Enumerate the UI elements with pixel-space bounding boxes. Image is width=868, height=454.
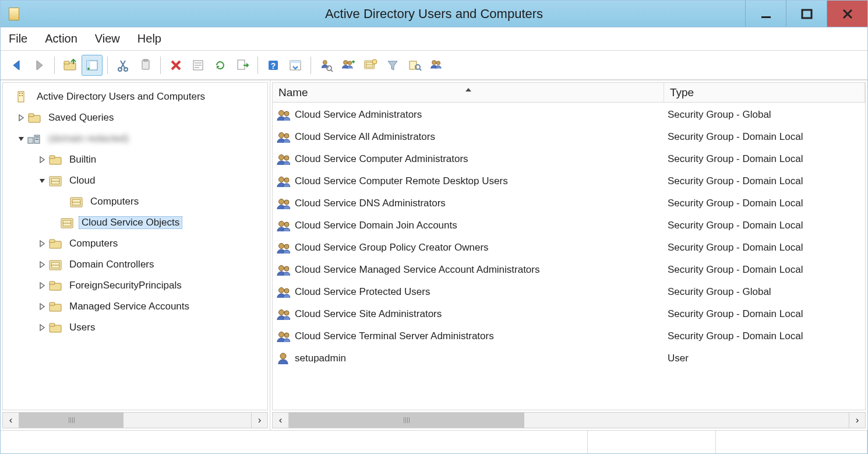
expander-collapsed-icon[interactable] bbox=[38, 323, 47, 332]
ou-icon bbox=[48, 174, 62, 188]
tree-cloud-service-objects[interactable]: Cloud Service Objects bbox=[5, 212, 265, 233]
expander-collapsed-icon[interactable] bbox=[38, 260, 47, 269]
export-list-button[interactable] bbox=[232, 55, 253, 76]
list-row[interactable]: Cloud Service Protected UsersSecurity Gr… bbox=[273, 281, 865, 303]
tree-saved-queries[interactable]: Saved Queries bbox=[5, 107, 265, 128]
list-name-cell: Cloud Service Computer Administrators bbox=[295, 153, 668, 165]
list-row[interactable]: Cloud Service Managed Service Account Ad… bbox=[273, 259, 865, 281]
expander-expanded-icon[interactable] bbox=[38, 176, 47, 185]
tree-pane: Active Directory Users and Computers Sav… bbox=[1, 80, 270, 430]
list-row[interactable]: Cloud Service Computer Remote Desktop Us… bbox=[273, 170, 865, 192]
view-options-button[interactable] bbox=[285, 55, 306, 76]
list-name-cell: Cloud Service Site Administrators bbox=[295, 308, 668, 320]
list-row[interactable]: Cloud Service Site AdministratorsSecurit… bbox=[273, 303, 865, 325]
expander-collapsed-icon[interactable] bbox=[38, 281, 47, 290]
menubar: File Action View Help bbox=[1, 27, 867, 51]
list-type-cell: Security Group - Domain Local bbox=[668, 242, 865, 254]
list-row[interactable]: Cloud Service Computer AdministratorsSec… bbox=[273, 148, 865, 170]
user-icon bbox=[275, 350, 291, 367]
list-row[interactable]: Cloud Service Group Policy Creator Owner… bbox=[273, 237, 865, 259]
up-button[interactable] bbox=[59, 55, 80, 76]
tree-computers[interactable]: Computers bbox=[5, 233, 265, 254]
list-row[interactable]: Cloud Service All AdministratorsSecurity… bbox=[273, 126, 865, 148]
group-icon bbox=[275, 328, 291, 344]
minimize-button[interactable] bbox=[745, 1, 786, 27]
tree-h-scrollbar[interactable]: ‹ › bbox=[2, 412, 268, 428]
tree-cloud[interactable]: Cloud bbox=[5, 170, 265, 191]
cut-button[interactable] bbox=[112, 55, 133, 76]
statusbar bbox=[1, 430, 867, 453]
list-type-cell: Security Group - Global bbox=[668, 286, 865, 298]
column-header-type[interactable]: Type bbox=[664, 83, 865, 102]
scroll-right-icon[interactable]: › bbox=[849, 413, 865, 428]
tree-root[interactable]: Active Directory Users and Computers bbox=[5, 86, 265, 107]
svg-rect-27 bbox=[144, 59, 147, 61]
add-to-group-button[interactable] bbox=[338, 55, 359, 76]
find-objects-button[interactable] bbox=[316, 55, 337, 76]
list-h-scrollbar[interactable]: ‹ › bbox=[272, 412, 866, 428]
list-row[interactable]: Cloud Service DNS AdministratorsSecurity… bbox=[273, 192, 865, 214]
column-header-name[interactable]: Name bbox=[273, 83, 664, 102]
scroll-left-icon[interactable]: ‹ bbox=[3, 413, 19, 428]
tree-users[interactable]: Users bbox=[5, 317, 265, 338]
expander-collapsed-icon[interactable] bbox=[17, 113, 26, 122]
add-user-to-group-button[interactable] bbox=[426, 55, 447, 76]
copy-button[interactable] bbox=[135, 55, 156, 76]
titlebar[interactable]: Active Directory Users and Computers bbox=[1, 1, 867, 27]
refresh-button[interactable] bbox=[210, 55, 231, 76]
delete-button[interactable] bbox=[165, 55, 186, 76]
show-hide-tree-button[interactable] bbox=[82, 55, 103, 76]
new-ou-button[interactable] bbox=[360, 55, 381, 76]
list-type-cell: Security Group - Domain Local bbox=[668, 175, 865, 187]
list-row[interactable]: Cloud Service AdministratorsSecurity Gro… bbox=[273, 104, 865, 126]
list-view[interactable]: Name Type Cloud Service AdministratorsSe… bbox=[272, 82, 866, 410]
properties-button[interactable] bbox=[188, 55, 209, 76]
menu-help[interactable]: Help bbox=[137, 32, 161, 45]
expander-expanded-icon[interactable] bbox=[17, 134, 26, 143]
close-button[interactable] bbox=[827, 1, 867, 27]
scroll-right-icon[interactable]: › bbox=[251, 413, 267, 428]
tree-msa[interactable]: Managed Service Accounts bbox=[5, 296, 265, 317]
scroll-left-icon[interactable]: ‹ bbox=[273, 413, 289, 428]
list-row[interactable]: Cloud Service Terminal Server Administra… bbox=[273, 325, 865, 347]
menu-action[interactable]: Action bbox=[45, 32, 77, 45]
sort-asc-icon bbox=[465, 82, 472, 95]
list-body: Cloud Service AdministratorsSecurity Gro… bbox=[273, 103, 865, 369]
group-icon bbox=[275, 107, 291, 123]
expander-collapsed-icon[interactable] bbox=[38, 239, 47, 248]
menu-view[interactable]: View bbox=[95, 32, 120, 45]
list-name-cell: Cloud Service Group Policy Creator Owner… bbox=[295, 242, 668, 254]
maximize-button[interactable] bbox=[786, 1, 827, 27]
list-type-cell: User bbox=[668, 353, 865, 364]
menu-file[interactable]: File bbox=[9, 32, 27, 45]
search-button[interactable] bbox=[404, 55, 425, 76]
tree-builtin[interactable]: Builtin bbox=[5, 149, 265, 170]
nav-back-button[interactable] bbox=[6, 55, 27, 76]
list-row[interactable]: Cloud Service Domain Join AccountsSecuri… bbox=[273, 214, 865, 237]
tree-domain-controllers[interactable]: Domain Controllers bbox=[5, 254, 265, 275]
svg-text:?: ? bbox=[271, 61, 276, 71]
tree-item-label: Users bbox=[67, 321, 97, 334]
tree-item-label: Builtin bbox=[67, 153, 98, 166]
nav-forward-button[interactable] bbox=[29, 55, 50, 76]
filter-button[interactable] bbox=[382, 55, 403, 76]
list-row[interactable]: setupadminUser bbox=[273, 347, 865, 369]
list-type-cell: Security Group - Domain Local bbox=[668, 330, 865, 342]
expander-collapsed-icon[interactable] bbox=[38, 302, 47, 311]
tree-view[interactable]: Active Directory Users and Computers Sav… bbox=[2, 82, 268, 410]
scroll-thumb[interactable] bbox=[19, 413, 124, 428]
help-button[interactable]: ? bbox=[263, 55, 284, 76]
tree-item-label: Computers bbox=[67, 237, 120, 250]
expander-collapsed-icon[interactable] bbox=[38, 155, 47, 164]
folder-icon bbox=[27, 111, 41, 125]
tree-domain[interactable]: (domain redacted) bbox=[5, 128, 265, 149]
tree-cloud-computers[interactable]: Computers bbox=[5, 191, 265, 212]
list-name-cell: Cloud Service All Administrators bbox=[295, 131, 668, 143]
tree-item-label: ForeignSecurityPrincipals bbox=[67, 279, 184, 292]
tree-fsp[interactable]: ForeignSecurityPrincipals bbox=[5, 275, 265, 296]
expander-none-icon bbox=[50, 218, 59, 227]
folder-icon bbox=[48, 300, 62, 314]
scroll-thumb[interactable] bbox=[289, 413, 524, 428]
svg-point-23 bbox=[87, 68, 90, 70]
svg-rect-19 bbox=[761, 16, 771, 18]
